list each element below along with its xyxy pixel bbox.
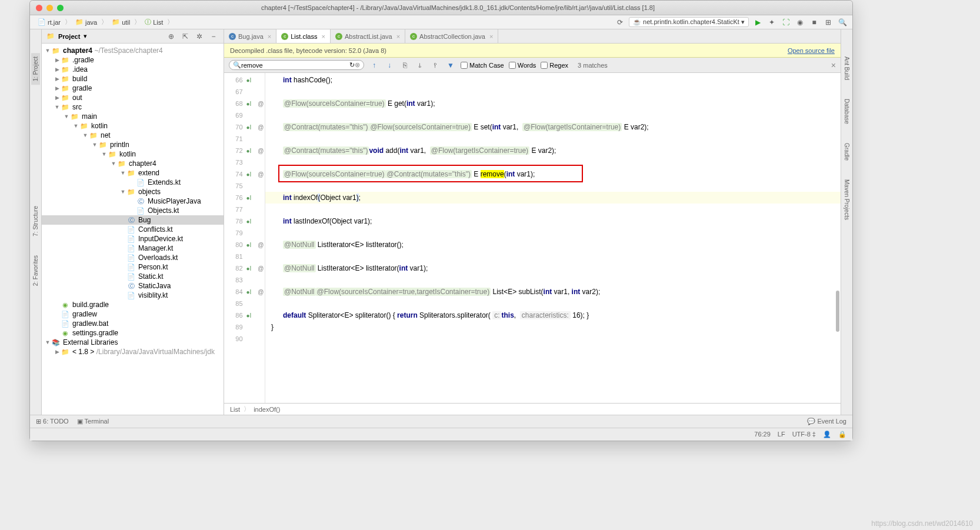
crumb-method[interactable]: indexOf() [254, 406, 280, 413]
gutter-line[interactable]: 73 [224, 156, 265, 168]
filter-icon[interactable]: ▼ [445, 60, 456, 71]
gutter-line[interactable]: 72●I@ [224, 145, 265, 156]
gutter-line[interactable]: 82●I@ [224, 262, 265, 274]
collapse-icon[interactable]: ⇱ [180, 31, 191, 42]
event-log-tab[interactable]: 💬 Event Log [807, 418, 846, 425]
select-next-icon[interactable]: ⫰ [415, 60, 425, 71]
project-tree[interactable]: ▼📁chapter4 ~/TestSpace/chapter4▶📁.gradle… [42, 44, 224, 415]
rail-tab-favorites[interactable]: 2: Favorites [31, 252, 40, 289]
tree-item[interactable]: ▶📁.idea [42, 65, 224, 74]
gutter-line[interactable]: 69 [224, 109, 265, 121]
close-icon[interactable] [36, 5, 42, 11]
gutter-line[interactable]: 86●I [224, 309, 265, 321]
profiler-button[interactable]: ◉ [795, 17, 805, 28]
tree-item[interactable]: ▼📁extend [42, 168, 224, 178]
gutter-line[interactable]: 67 [224, 86, 265, 98]
editor-tab[interactable]: cList.class× [276, 29, 331, 43]
tree-item[interactable]: ⒸStaticJava [42, 281, 224, 291]
sync-icon[interactable]: ⟳ [615, 17, 625, 28]
gutter-line[interactable]: 66●I [224, 74, 265, 86]
stop-button[interactable]: ■ [809, 17, 819, 28]
tree-item[interactable]: 📄Overloads.kt [42, 253, 224, 262]
tree-item[interactable]: 📄visiblity.kt [42, 291, 224, 300]
tree-item[interactable]: 📄Objects.kt [42, 206, 224, 215]
breadcrumb[interactable]: 📄 rt.jar [35, 18, 64, 26]
tree-item[interactable]: 📄InputDevice.kt [42, 234, 224, 244]
editor-tab[interactable]: cAbstractCollection.java× [405, 29, 498, 43]
lock-icon[interactable]: 🔒 [838, 431, 846, 438]
gutter-line[interactable]: 68●I@ [224, 98, 265, 109]
tree-item[interactable]: ▼📁main [42, 112, 224, 121]
tree-item[interactable]: ▼📁net [42, 131, 224, 140]
tree-item[interactable]: ▼📁println [42, 140, 224, 149]
breadcrumb[interactable]: Ⓘ List [142, 18, 166, 26]
tree-item[interactable]: 📄Static.kt [42, 272, 224, 281]
run-button[interactable]: ▶ [752, 17, 763, 28]
gutter-line[interactable]: 77 [224, 204, 265, 215]
gutter-line[interactable]: 70●I@ [224, 121, 265, 133]
tree-item[interactable]: 📄Conflicts.kt [42, 225, 224, 234]
hide-icon[interactable]: − [208, 31, 219, 42]
code-content[interactable]: int hashCode(); @Flow(sourceIsContainer=… [265, 73, 841, 403]
minimize-icon[interactable] [46, 5, 53, 11]
match-case-checkbox[interactable]: Match Case [461, 62, 504, 69]
tree-item[interactable]: ▼📁objects [42, 187, 224, 196]
gutter-line[interactable]: 90 [224, 333, 265, 345]
breadcrumb[interactable]: 📁 java [72, 18, 100, 26]
tree-item[interactable]: 📄Extends.kt [42, 178, 224, 187]
tree-item[interactable]: ▶📁.gradle [42, 55, 224, 65]
close-find-icon[interactable]: × [831, 61, 836, 70]
crumb-class[interactable]: List [230, 406, 240, 413]
tree-item[interactable]: ▼📁kotlin [42, 149, 224, 159]
rail-tab-structure[interactable]: 7: Structure [31, 202, 40, 240]
tree-item[interactable]: 📄Person.kt [42, 262, 224, 272]
next-match-icon[interactable]: ↓ [384, 60, 395, 71]
gutter-line[interactable]: 83 [224, 274, 265, 286]
tree-item[interactable]: ▶📁gradle [42, 84, 224, 93]
tree-item[interactable]: 📄Manager.kt [42, 244, 224, 253]
editor-tab[interactable]: cAbstractList.java× [331, 29, 405, 43]
editor-tab[interactable]: cBug.java× [224, 29, 276, 43]
coverage-button[interactable]: ⛶ [781, 17, 791, 28]
gutter-line[interactable]: 80●I@ [224, 239, 265, 251]
terminal-tab[interactable]: ▣ Terminal [77, 418, 109, 425]
gutter-line[interactable]: 💡76●I [224, 192, 265, 204]
gutter-line[interactable]: 78●I [224, 215, 265, 227]
encoding[interactable]: UTF-8 ‡ [792, 431, 816, 438]
rail-tab-gradle[interactable]: Gradle [842, 139, 851, 164]
tree-item[interactable]: ▼📁src [42, 102, 224, 112]
search-icon[interactable]: 🔍 [837, 17, 848, 28]
gutter-line[interactable]: 89 [224, 321, 265, 333]
history-icon[interactable]: ↻ [349, 61, 355, 69]
chevron-down-icon[interactable]: ▾ [84, 32, 87, 40]
tree-item[interactable]: ◉settings.gradle [42, 328, 224, 338]
tree-item[interactable]: ▼📁chapter4 [42, 159, 224, 168]
clear-icon[interactable]: ⊗ [355, 61, 360, 69]
find-input[interactable] [241, 62, 349, 69]
tree-item[interactable]: ⒸMusicPlayerJava [42, 196, 224, 206]
words-checkbox[interactable]: Words [509, 62, 536, 69]
target-icon[interactable]: ⊕ [166, 31, 176, 42]
tree-external-libs[interactable]: ▼📚External Libraries [42, 338, 224, 347]
tree-item[interactable]: ⒸBug [42, 215, 224, 225]
tree-item[interactable]: ◉build.gradle [42, 300, 224, 309]
todo-tab[interactable]: ⊞ 6: TODO [36, 418, 69, 425]
tree-item[interactable]: ▶📁build [42, 74, 224, 84]
gutter-line[interactable]: 84●I@ [224, 286, 265, 298]
rail-tab-maven[interactable]: Maven Projects [842, 176, 851, 224]
gutter-line[interactable]: 71 [224, 133, 265, 145]
prev-match-icon[interactable]: ↑ [369, 60, 379, 71]
gear-icon[interactable]: ✲ [194, 31, 205, 42]
scrollbar-thumb[interactable] [836, 291, 839, 332]
open-source-link[interactable]: Open source file [788, 47, 835, 54]
debug-button[interactable]: ✦ [766, 17, 777, 28]
tree-item[interactable]: ▶📁< 1.8 > /Library/Java/JavaVirtualMachi… [42, 347, 224, 356]
line-ending[interactable]: LF [778, 431, 785, 438]
gutter-line[interactable]: 74●I@ [224, 168, 265, 180]
gutter-line[interactable]: 81 [224, 251, 265, 262]
unselect-icon[interactable]: ⫯ [430, 60, 441, 71]
select-all-icon[interactable]: ⎘ [399, 60, 410, 71]
rail-tab-project[interactable]: 1: Project [31, 53, 40, 85]
tree-item[interactable]: ▶📁out [42, 93, 224, 102]
tree-root[interactable]: ▼📁chapter4 ~/TestSpace/chapter4 [42, 46, 224, 55]
